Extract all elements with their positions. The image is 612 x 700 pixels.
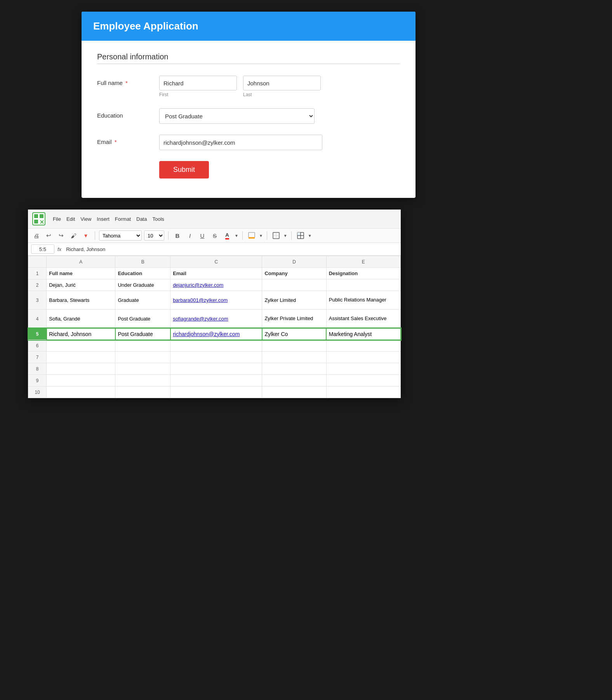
cell-5a[interactable]: Richard, Johnson — [47, 328, 115, 340]
border-button[interactable] — [271, 230, 281, 241]
cell-4d[interactable]: Zylker Private Limited — [262, 310, 326, 328]
freeze-button[interactable] — [296, 230, 306, 241]
menu-file[interactable]: File — [53, 216, 61, 222]
employee-application-form: Employee Application Personal informatio… — [82, 12, 416, 198]
redo-button[interactable]: ↪ — [56, 230, 66, 241]
row-num-5[interactable]: 5 — [28, 328, 47, 340]
cell-5c[interactable]: richardjohnson@zylker.com — [170, 328, 262, 340]
section-divider — [97, 64, 400, 64]
email-link-4[interactable]: sofiagrande@zylker.com — [173, 316, 228, 322]
menu-view[interactable]: View — [80, 216, 91, 222]
lastname-input[interactable] — [243, 76, 321, 90]
cell-reference-input[interactable] — [31, 244, 54, 254]
formula-input[interactable] — [64, 244, 398, 254]
cell-5d[interactable]: Zylker Co — [262, 328, 326, 340]
header-designation[interactable]: Designation — [326, 268, 400, 279]
table-row: 8 — [28, 363, 401, 375]
col-header-a[interactable]: A — [47, 256, 115, 268]
header-email[interactable]: Email — [170, 268, 262, 279]
education-select[interactable]: Under Graduate Graduate Post Graduate Do… — [159, 108, 315, 124]
font-size-select[interactable]: 8 9 10 11 12 14 — [144, 230, 164, 241]
spreadsheet-grid: A B C D E 1 Full name Education Email Co… — [28, 256, 401, 398]
row-num-8: 8 — [28, 363, 47, 375]
header-education[interactable]: Education — [115, 268, 170, 279]
row-num-10: 10 — [28, 386, 47, 398]
row-num-6: 6 — [28, 340, 47, 352]
fill-color-button[interactable]: ▼ — [81, 230, 91, 241]
email-link-3[interactable]: barbara001@zylker.com — [173, 297, 228, 303]
col-header-e[interactable]: E — [326, 256, 400, 268]
highlighted-row: 5 Richard, Johnson Post Graduate richard… — [28, 328, 401, 340]
sheet-toolbar: 🖨 ↩ ↪ 🖌 ▼ Tahoma Arial Times New Roman 8… — [28, 229, 401, 243]
row-num-3: 3 — [28, 291, 47, 310]
email-link-5[interactable]: richardjohnson@zylker.com — [173, 331, 240, 337]
submit-button[interactable]: Submit — [159, 161, 209, 178]
cell-fill-button[interactable] — [247, 230, 257, 241]
cell-3c[interactable]: barbara001@zylker.com — [170, 291, 262, 310]
cell-2b[interactable]: Under Graduate — [115, 279, 170, 291]
table-row: 4 Sofia, Grandé Post Graduate sofiagrand… — [28, 310, 401, 328]
cell-5e[interactable]: Marketing Analyst — [326, 328, 400, 340]
bold-button[interactable]: B — [172, 230, 183, 241]
menu-insert[interactable]: Insert — [97, 216, 110, 222]
cell-3e[interactable]: Public Relations Manager — [326, 291, 400, 310]
freeze-dropdown[interactable]: ▼ — [308, 234, 312, 238]
cell-2e[interactable] — [326, 279, 400, 291]
menu-tools[interactable]: Tools — [152, 216, 164, 222]
firstname-input[interactable] — [159, 76, 237, 90]
svg-rect-4 — [249, 232, 255, 237]
cell-3b[interactable]: Graduate — [115, 291, 170, 310]
italic-button[interactable]: I — [185, 230, 195, 241]
row-num-4: 4 — [28, 310, 47, 328]
undo-button[interactable]: ↩ — [43, 230, 54, 241]
svg-rect-3 — [34, 220, 38, 224]
cell-6a[interactable] — [47, 340, 115, 352]
cell-4e[interactable]: Assistant Sales Executive — [326, 310, 400, 328]
email-controls — [159, 135, 400, 150]
email-link-2[interactable]: dejanjuric@zylker.com — [173, 282, 223, 288]
col-header-c[interactable]: C — [170, 256, 262, 268]
font-color-button[interactable]: A — [222, 230, 232, 241]
section-title: Personal information — [97, 52, 400, 61]
email-input[interactable] — [159, 135, 322, 150]
table-row: 2 Dejan, Jurić Under Graduate dejanjuric… — [28, 279, 401, 291]
toolbar-divider-2 — [168, 231, 169, 240]
font-select[interactable]: Tahoma Arial Times New Roman — [99, 230, 142, 241]
font-color-dropdown[interactable]: ▼ — [235, 234, 238, 238]
toolbar-divider-4 — [267, 231, 267, 240]
header-company[interactable]: Company — [262, 268, 326, 279]
row-num-7: 7 — [28, 352, 47, 363]
menu-data[interactable]: Data — [136, 216, 147, 222]
menu-edit[interactable]: Edit — [66, 216, 75, 222]
svg-rect-2 — [40, 214, 43, 218]
cell-4c[interactable]: sofiagrande@zylker.com — [170, 310, 262, 328]
form-header: Employee Application — [82, 12, 416, 41]
header-fullname[interactable]: Full name — [47, 268, 115, 279]
border-dropdown[interactable]: ▼ — [283, 234, 287, 238]
form-title: Employee Application — [93, 20, 198, 32]
cell-4b[interactable]: Post Graduate — [115, 310, 170, 328]
lastname-group: Last — [243, 76, 321, 97]
cell-5b[interactable]: Post Graduate — [115, 328, 170, 340]
col-header-d[interactable]: D — [262, 256, 326, 268]
cell-fill-dropdown[interactable]: ▼ — [259, 234, 263, 238]
fullname-label: Full name * — [97, 76, 159, 86]
font-color-underline — [225, 238, 229, 239]
strikethrough-button[interactable]: S — [210, 230, 220, 241]
col-header-b[interactable]: B — [115, 256, 170, 268]
cell-2d[interactable] — [262, 279, 326, 291]
cell-2a[interactable]: Dejan, Jurić — [47, 279, 115, 291]
paint-button[interactable]: 🖌 — [68, 230, 78, 241]
cell-4a[interactable]: Sofia, Grandé — [47, 310, 115, 328]
education-label: Education — [97, 108, 159, 119]
menu-format[interactable]: Format — [115, 216, 131, 222]
print-button[interactable]: 🖨 — [31, 230, 41, 241]
form-body: Personal information Full name * First L… — [82, 41, 416, 198]
cell-2c[interactable]: dejanjuric@zylker.com — [170, 279, 262, 291]
cell-3d[interactable]: Zylker Limited — [262, 291, 326, 310]
spreadsheet-card: File Edit View Insert Format Data Tools … — [28, 210, 401, 398]
cell-3a[interactable]: Barbara, Stewarts — [47, 291, 115, 310]
table-row: 9 — [28, 375, 401, 386]
sheet-topbar: File Edit View Insert Format Data Tools — [28, 210, 401, 229]
underline-button[interactable]: U — [197, 230, 207, 241]
